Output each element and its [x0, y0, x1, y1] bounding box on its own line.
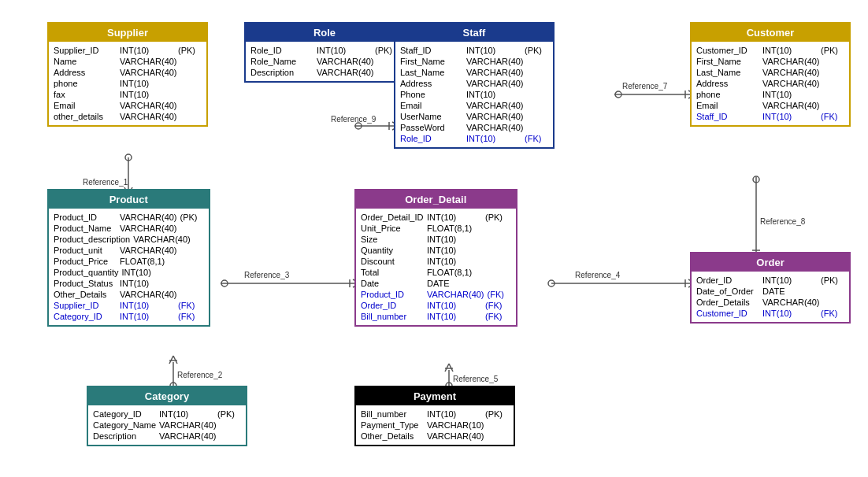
- field-name-category-1: Category_Name: [93, 420, 156, 430]
- field-row-product-9: Category_IDINT(10)(FK): [54, 311, 204, 322]
- field-row-order_detail-0: Order_Detail_IDINT(10)(PK): [361, 212, 511, 223]
- field-type-category-1: VARCHAR(40): [159, 420, 217, 430]
- field-row-product-6: Product_StatusINT(10): [54, 278, 204, 289]
- field-name-order_detail-1: Unit_Price: [361, 224, 424, 233]
- table-payment: PaymentBill_numberINT(10)(PK)Payment_Typ…: [354, 386, 515, 446]
- ref4-label: Reference_4: [575, 271, 621, 279]
- field-row-payment-1: Payment_TypeVARCHAR(10): [361, 420, 509, 431]
- svg-point-16: [548, 280, 555, 287]
- table-order_detail-header: Order_Detail: [356, 190, 516, 209]
- table-supplier: SupplierSupplier_IDINT(10)(PK)NameVARCHA…: [47, 22, 208, 127]
- svg-point-11: [221, 280, 228, 287]
- field-key-product-9: (FK): [178, 312, 202, 321]
- field-name-product-8: Supplier_ID: [54, 301, 117, 310]
- field-type-supplier-6: VARCHAR(40): [120, 112, 177, 121]
- field-type-order-1: DATE: [762, 287, 818, 296]
- field-name-staff-8: Role_ID: [400, 134, 463, 143]
- field-name-product-7: Other_Details: [54, 290, 117, 299]
- field-row-product-8: Supplier_IDINT(10)(FK): [54, 300, 204, 311]
- svg-point-36: [355, 123, 362, 129]
- field-row-category-0: Category_IDINT(10)(PK): [93, 409, 241, 420]
- table-customer-header: Customer: [692, 24, 849, 42]
- field-row-product-5: Product_quantityINT(10): [54, 267, 204, 278]
- field-name-role-1: Role_Name: [250, 57, 313, 66]
- field-name-order_detail-4: Discount: [361, 257, 424, 266]
- field-key-order_detail-0: (PK): [485, 213, 509, 222]
- field-name-product-5: Product_quantity: [54, 268, 119, 277]
- field-type-order_detail-9: INT(10): [427, 312, 482, 321]
- field-row-order_detail-7: Product_IDVARCHAR(40)(FK): [361, 289, 511, 300]
- field-type-category-0: INT(10): [159, 409, 214, 419]
- field-row-role-1: Role_NameVARCHAR(40): [250, 56, 399, 67]
- erd-canvas: Reference_1 Reference_2 Reference_3 Refe…: [0, 0, 868, 477]
- field-type-staff-4: INT(10): [466, 90, 521, 99]
- field-type-product-4: FLOAT(8,1): [120, 257, 175, 266]
- svg-line-8: [173, 356, 177, 364]
- field-type-customer-6: INT(10): [762, 112, 818, 121]
- table-payment-header: Payment: [356, 387, 514, 405]
- field-key-order_detail-9: (FK): [485, 312, 509, 321]
- svg-line-23: [449, 364, 453, 372]
- field-name-customer-3: Address: [696, 79, 759, 88]
- field-name-payment-0: Bill_number: [361, 409, 424, 419]
- field-row-supplier-0: Supplier_IDINT(10)(PK): [54, 45, 202, 56]
- field-type-supplier-0: INT(10): [120, 46, 175, 55]
- table-staff: StaffStaff_IDINT(10)(PK)First_NameVARCHA…: [394, 22, 555, 149]
- field-type-order_detail-6: DATE: [427, 279, 482, 288]
- field-type-product-2: VARCHAR(40): [133, 235, 191, 244]
- table-customer: CustomerCustomer_IDINT(10)(PK)First_Name…: [690, 22, 851, 127]
- field-type-order_detail-3: INT(10): [427, 246, 482, 255]
- field-row-staff-0: Staff_IDINT(10)(PK): [400, 45, 548, 56]
- field-row-staff-1: First_NameVARCHAR(40): [400, 56, 548, 67]
- field-name-supplier-0: Supplier_ID: [54, 46, 117, 55]
- field-type-supplier-1: VARCHAR(40): [120, 57, 177, 66]
- table-customer-body: Customer_IDINT(10)(PK)First_NameVARCHAR(…: [692, 42, 849, 125]
- field-name-order-3: Customer_ID: [696, 309, 759, 318]
- field-type-product-5: INT(10): [122, 268, 177, 277]
- field-row-order_detail-5: TotalFLOAT(8,1): [361, 267, 511, 278]
- field-row-supplier-1: NameVARCHAR(40): [54, 56, 202, 67]
- field-row-customer-3: AddressVARCHAR(40): [696, 78, 844, 89]
- field-type-customer-2: VARCHAR(40): [762, 68, 820, 77]
- field-name-supplier-1: Name: [54, 57, 117, 66]
- table-order_detail-body: Order_Detail_IDINT(10)(PK)Unit_PriceFLOA…: [356, 209, 516, 325]
- svg-line-22: [445, 364, 449, 372]
- field-name-order_detail-7: Product_ID: [361, 290, 424, 299]
- field-name-order_detail-3: Quantity: [361, 246, 424, 255]
- field-name-staff-7: PasseWord: [400, 123, 463, 132]
- ref1-label: Reference_1: [83, 178, 128, 187]
- table-supplier-body: Supplier_IDINT(10)(PK)NameVARCHAR(40)Add…: [49, 42, 206, 125]
- field-row-product-7: Other_DetailsVARCHAR(40): [54, 289, 204, 300]
- svg-point-26: [615, 91, 621, 98]
- field-type-product-6: INT(10): [120, 279, 175, 288]
- field-type-product-3: VARCHAR(40): [120, 246, 177, 255]
- field-name-category-0: Category_ID: [93, 409, 156, 419]
- svg-line-7: [169, 356, 173, 364]
- field-type-order_detail-4: INT(10): [427, 257, 482, 266]
- field-type-product-7: VARCHAR(40): [120, 290, 177, 299]
- table-payment-body: Bill_numberINT(10)(PK)Payment_TypeVARCHA…: [356, 405, 514, 445]
- field-type-supplier-3: INT(10): [120, 79, 175, 88]
- field-row-role-0: Role_IDINT(10)(PK): [250, 45, 399, 56]
- field-type-staff-1: VARCHAR(40): [466, 57, 524, 66]
- field-key-payment-0: (PK): [485, 409, 509, 419]
- field-row-supplier-4: faxINT(10): [54, 89, 202, 100]
- field-row-customer-5: EmailVARCHAR(40): [696, 100, 844, 111]
- ref3-label: Reference_3: [244, 271, 290, 279]
- field-row-staff-8: Role_IDINT(10)(FK): [400, 133, 548, 144]
- table-product: ProductProduct_IDVARCHAR(40)(PK)Product_…: [47, 189, 210, 327]
- table-category-header: Category: [88, 387, 246, 405]
- field-row-customer-0: Customer_IDINT(10)(PK): [696, 45, 844, 56]
- field-row-order_detail-8: Order_IDINT(10)(FK): [361, 300, 511, 311]
- field-type-order_detail-7: VARCHAR(40): [427, 290, 484, 299]
- field-name-customer-0: Customer_ID: [696, 46, 759, 55]
- table-staff-body: Staff_IDINT(10)(PK)First_NameVARCHAR(40)…: [395, 42, 553, 147]
- ref8-label: Reference_8: [760, 217, 806, 226]
- field-row-order-1: Date_of_OrderDATE: [696, 286, 844, 297]
- field-row-staff-7: PasseWordVARCHAR(40): [400, 122, 548, 133]
- field-row-order_detail-2: SizeINT(10): [361, 234, 511, 245]
- field-row-order-3: Customer_IDINT(10)(FK): [696, 308, 844, 319]
- table-role-body: Role_IDINT(10)(PK)Role_NameVARCHAR(40)De…: [246, 42, 403, 81]
- table-order-body: Order_IDINT(10)(PK)Date_of_OrderDATEOrde…: [692, 272, 849, 322]
- field-row-order-0: Order_IDINT(10)(PK): [696, 275, 844, 286]
